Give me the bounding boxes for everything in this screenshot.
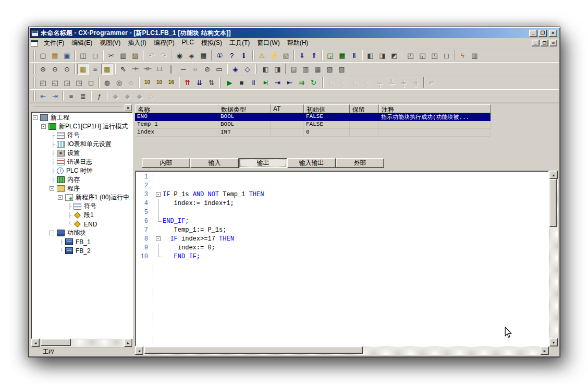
- display-hex-button[interactable]: 16: [165, 77, 177, 88]
- bookmark-next-button[interactable]: ◆: [121, 91, 133, 102]
- fold-margin[interactable]: [155, 217, 163, 226]
- tree-item-end-node[interactable]: └END: [31, 220, 132, 229]
- outline-view-button[interactable]: ≣: [77, 91, 89, 102]
- pause-simulation-button[interactable]: Ⅱ: [248, 77, 260, 88]
- tab-external[interactable]: 外部: [336, 158, 384, 168]
- scroll-left-icon[interactable]: ◄: [135, 346, 143, 355]
- tree-item-symbols-node[interactable]: ├符号: [31, 131, 132, 140]
- fb-invocation-button[interactable]: ◈: [229, 64, 241, 75]
- about-button[interactable]: ①: [214, 50, 226, 61]
- show-monitor-box-button[interactable]: ▩: [101, 64, 113, 75]
- cell-init[interactable]: FALSE: [304, 113, 350, 121]
- force-cancel-button[interactable]: ⇅: [205, 77, 217, 88]
- compile-button[interactable]: ⚠: [256, 50, 268, 61]
- tree-expand-icon[interactable]: -: [33, 115, 38, 120]
- toolbar-grip[interactable]: [32, 64, 36, 74]
- code-line[interactable]: 9 index:= 0;: [136, 244, 548, 253]
- cell-retain[interactable]: [350, 113, 379, 121]
- cell-comment[interactable]: [379, 121, 491, 129]
- tree-item-plc-clock-node[interactable]: ├PLC 时钟: [31, 166, 132, 175]
- project-tab[interactable]: 工程: [35, 348, 62, 356]
- output-window-button[interactable]: ▨: [336, 64, 348, 75]
- panel-close-button[interactable]: ×: [125, 104, 132, 111]
- cell-comment[interactable]: [379, 129, 491, 137]
- column-header-type[interactable]: 数据类型: [218, 104, 271, 113]
- view-fb-button[interactable]: ◻: [85, 77, 97, 88]
- mdi-document-icon[interactable]: [31, 40, 38, 46]
- stop-simulation-button[interactable]: ■: [236, 77, 248, 88]
- column-header-at[interactable]: AT: [271, 104, 304, 113]
- menu-help[interactable]: 帮助(H): [284, 38, 312, 49]
- cell-init[interactable]: FALSE: [304, 121, 350, 129]
- bookmark-toggle-button[interactable]: ◆: [109, 91, 121, 102]
- fold-collapse-icon[interactable]: -: [156, 192, 161, 197]
- find-in-project-button[interactable]: ▦: [198, 50, 210, 61]
- return-button[interactable]: ↵: [426, 77, 438, 88]
- mdi-close-button[interactable]: ×: [549, 40, 557, 46]
- zoom-in-button[interactable]: ⊕: [37, 64, 49, 75]
- undo-button[interactable]: ↶: [145, 50, 157, 61]
- fold-margin[interactable]: [155, 226, 163, 235]
- st-code-editor[interactable]: 123-IF P_1s AND NOT Temp_1 THEN4 index:=…: [135, 171, 549, 346]
- toolbar-grip[interactable]: [32, 91, 36, 101]
- join-line-button[interactable]: ╤: [374, 77, 386, 88]
- cell-comment[interactable]: 指示功能块执行成功(功能块被...: [379, 113, 491, 121]
- transfer-from-plc-button[interactable]: ⇑: [308, 50, 320, 61]
- tree-item-program1-node[interactable]: -新程序1 (00)运行中: [31, 193, 132, 202]
- tree-horizontal-scrollbar[interactable]: ◄ ►: [31, 339, 132, 347]
- display-signed-decimal-button[interactable]: 10: [153, 77, 165, 88]
- cell-init[interactable]: 0: [304, 129, 350, 137]
- window-cascade-button[interactable]: ◰: [405, 50, 416, 61]
- tree-item-plc-node[interactable]: -新PLC1[CP1H] 运行模式: [31, 122, 132, 131]
- toolbar-grip[interactable]: [321, 77, 325, 88]
- cell-at[interactable]: [271, 121, 304, 129]
- code-line[interactable]: 7 Temp_1:= P_1s;: [136, 226, 548, 235]
- symbols-table-button[interactable]: ▤: [288, 64, 300, 75]
- tree-expand-icon[interactable]: -: [58, 195, 63, 200]
- step-in-button[interactable]: ⇥: [272, 77, 284, 88]
- new-closed-contact-button[interactable]: ⊣/⊢: [141, 64, 153, 75]
- column-header-name[interactable]: 名称: [135, 104, 218, 113]
- tab-internal[interactable]: 内部: [142, 158, 190, 168]
- help-button[interactable]: ?: [226, 50, 238, 61]
- print-preview-button[interactable]: ◻: [89, 50, 101, 61]
- new-or-contact-button[interactable]: ⊥⊥: [153, 64, 165, 75]
- tree-item-memory-node[interactable]: ├内存: [31, 175, 132, 184]
- split-line-button[interactable]: ╧: [386, 77, 398, 88]
- zoom-out-button[interactable]: ⊖: [49, 64, 61, 75]
- toolbar-grip[interactable]: [218, 77, 223, 88]
- menu-file[interactable]: 文件(F): [40, 38, 68, 49]
- cancel-online-edit-button[interactable]: ◩: [388, 50, 400, 61]
- vertical-line-button[interactable]: │: [165, 64, 177, 75]
- maximize-button[interactable]: ❐: [538, 30, 547, 37]
- force-off-button[interactable]: ⇊: [193, 77, 205, 88]
- cell-at[interactable]: [271, 129, 304, 137]
- bookmark-prev-button[interactable]: ◆: [133, 91, 145, 102]
- cell-type[interactable]: INT: [218, 129, 271, 137]
- scroll-up-icon[interactable]: ▲: [549, 171, 558, 179]
- watch-window-button[interactable]: ▦: [312, 64, 324, 75]
- monitor-button[interactable]: ▦: [336, 50, 348, 61]
- toolbar-grip[interactable]: [32, 50, 36, 61]
- delete-row-button[interactable]: ▭: [362, 77, 374, 88]
- auto-online-button[interactable]: ϟ: [457, 50, 469, 61]
- editor-horizontal-scrollbar[interactable]: ◄ ►: [135, 346, 549, 355]
- new-closed-coil-button[interactable]: ⊘: [201, 64, 213, 75]
- scan-run-button[interactable]: ↻: [308, 77, 320, 88]
- cell-retain[interactable]: [350, 121, 379, 129]
- tree-item-fb1-node[interactable]: ├FB_1: [31, 237, 132, 246]
- code-line[interactable]: 1: [136, 173, 548, 182]
- menu-view[interactable]: 视图(V): [96, 38, 124, 49]
- send-changes-button[interactable]: ◨: [376, 50, 388, 61]
- cut-button[interactable]: ✂: [105, 50, 117, 61]
- scrollbar-thumb[interactable]: [144, 346, 363, 354]
- fb-parameter-button[interactable]: ◇: [241, 64, 253, 75]
- menu-edit[interactable]: 编辑(E): [68, 38, 96, 49]
- ladder-select-button[interactable]: ⇖: [117, 64, 129, 75]
- new-contact-button[interactable]: ⊣⊢: [129, 64, 141, 75]
- fold-margin[interactable]: [155, 208, 163, 217]
- fold-margin[interactable]: -: [155, 235, 163, 244]
- list-view-button[interactable]: ≡: [65, 91, 77, 102]
- align-vertical-button[interactable]: ╫: [410, 77, 422, 88]
- new-coil-button[interactable]: ○: [189, 64, 201, 75]
